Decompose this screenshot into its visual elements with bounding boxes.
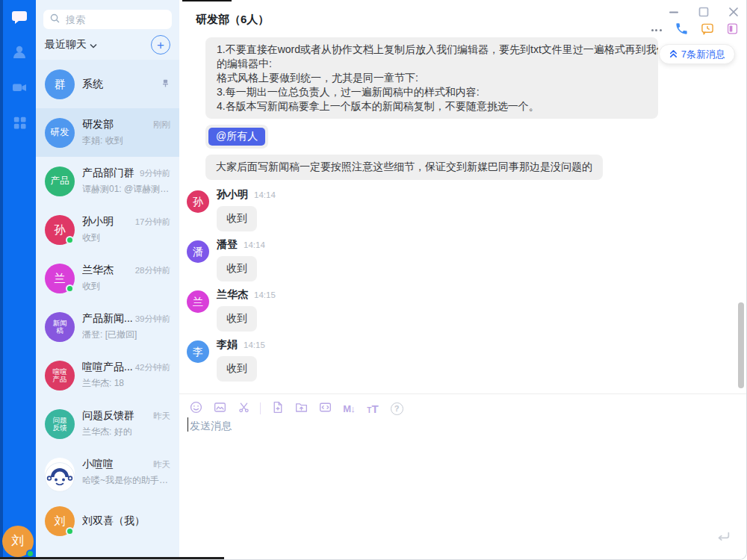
search-input[interactable] bbox=[64, 13, 166, 26]
chat-time: 昨天 bbox=[153, 411, 170, 422]
chat-title: 小喧喧 bbox=[82, 458, 150, 471]
chat-time: 28分钟前 bbox=[135, 265, 170, 276]
chat-item-self[interactable]: 刘 刘双喜（我） bbox=[36, 497, 179, 545]
my-avatar[interactable]: 刘 bbox=[2, 526, 34, 557]
list-section-header: 最近聊天 + bbox=[36, 33, 179, 57]
chat-item-system[interactable]: 群 系统 bbox=[36, 60, 179, 108]
mention-all-chip: @所有人 bbox=[208, 128, 265, 146]
send-button[interactable] bbox=[715, 529, 731, 548]
voice-call-button[interactable] bbox=[675, 23, 689, 37]
sender-avatar[interactable]: 孙 bbox=[187, 190, 209, 213]
composer[interactable]: M↓ TT ? 发送消息 bbox=[179, 393, 746, 559]
online-status-dot bbox=[66, 236, 74, 244]
file-plus-icon bbox=[270, 400, 285, 417]
message-bubble: 收到 bbox=[217, 306, 257, 332]
chat-time: 昨天 bbox=[153, 459, 170, 470]
message-bubble-mention: @所有人 bbox=[205, 125, 268, 149]
message-time: 14:15 bbox=[244, 340, 265, 349]
chat-item-product-dept[interactable]: 产品 产品部门群 9分钟前 谭赫测01: @谭赫测0... bbox=[36, 157, 179, 205]
close-button[interactable] bbox=[728, 7, 739, 17]
chevron-down-icon bbox=[90, 39, 97, 51]
contacts-nav-button[interactable] bbox=[10, 44, 29, 63]
meeting-nav-button[interactable] bbox=[10, 79, 29, 99]
notice-line: 1.不要直接在word或者从协作文档上复制后放入我们编辑器，要先到txt文件里过… bbox=[217, 43, 647, 57]
chat-item-xuanxuan-product[interactable]: 喧喧 产品 喧喧产品... 42分钟前 兰华杰: 18 bbox=[36, 351, 179, 399]
recent-chats-dropdown[interactable]: 最近聊天 bbox=[45, 38, 97, 52]
notice-line: 3.每一期出一位总负责人，过一遍新闻稿中的样式和内容: bbox=[217, 85, 647, 99]
chats-nav-button[interactable] bbox=[10, 9, 29, 28]
upload-folder-button[interactable] bbox=[294, 401, 309, 416]
composer-toolbar: M↓ TT ? bbox=[188, 401, 404, 416]
window-controls bbox=[669, 7, 739, 17]
avatar: 新闻 稿 bbox=[45, 312, 75, 342]
notice-line: 格式风格上要做到统一，尤其是同一童节下: bbox=[217, 71, 647, 85]
double-chevron-up-icon bbox=[669, 49, 678, 60]
sender-avatar[interactable]: 兰 bbox=[187, 290, 209, 313]
image-icon bbox=[213, 400, 227, 417]
avatar: 群 bbox=[45, 69, 75, 99]
toolbar-divider bbox=[260, 402, 261, 414]
enter-arrow-icon bbox=[715, 535, 731, 547]
code-button[interactable] bbox=[317, 401, 332, 416]
chat-last-message: 潘登: [已撤回] bbox=[82, 329, 170, 341]
help-icon: ? bbox=[391, 402, 403, 415]
apps-nav-button[interactable] bbox=[10, 114, 29, 134]
avatar: 研发 bbox=[45, 118, 75, 148]
chat-time: 42分钟前 bbox=[135, 362, 170, 373]
emoji-button[interactable] bbox=[188, 401, 203, 416]
new-messages-badge[interactable]: 7条新消息 bbox=[659, 44, 735, 64]
text-format-icon: TT bbox=[367, 402, 378, 415]
person-icon bbox=[10, 43, 28, 64]
text-format-button[interactable]: TT bbox=[365, 401, 380, 416]
message-group: 孙 孙小明 14:14 收到 bbox=[187, 188, 276, 231]
markdown-button[interactable]: M↓ bbox=[341, 401, 356, 416]
chat-item-product-news[interactable]: 新闻 稿 产品新闻... 39分钟前 潘登: [已撤回] bbox=[36, 302, 179, 351]
screenshot-button[interactable] bbox=[236, 401, 251, 416]
sender-avatar[interactable]: 李 bbox=[187, 340, 209, 363]
chat-last-message: 收到 bbox=[82, 280, 170, 293]
chat-item-assistant-bot[interactable]: 小喧喧 昨天 哈喽~我是你的助手小... bbox=[36, 448, 179, 497]
conversation-panel: 研发部（6人） bbox=[179, 0, 746, 559]
image-button[interactable] bbox=[212, 401, 227, 416]
markdown-icon: M↓ bbox=[343, 403, 354, 414]
chat-item-lan-huajie[interactable]: 兰 兰华杰 28分钟前 收到 bbox=[36, 254, 179, 302]
scrollbar-thumb[interactable] bbox=[738, 302, 744, 388]
sender-avatar[interactable]: 潘 bbox=[187, 240, 209, 263]
message-bubble-notice: 1.不要直接在word或者从协作文档上复制后放入我们编辑器，要先到txt文件里过… bbox=[205, 37, 658, 119]
chat-last-message: 谭赫测01: @谭赫测0... bbox=[82, 183, 170, 196]
message-bubble: 收到 bbox=[217, 206, 257, 231]
nav-rail: 刘 bbox=[0, 0, 36, 560]
more-menu-button[interactable] bbox=[649, 23, 663, 37]
message-input-placeholder[interactable]: 发送消息 bbox=[190, 420, 232, 433]
new-messages-count: 7条新消息 bbox=[681, 48, 725, 61]
chat-item-sun-xiaoming[interactable]: 孙 孙小明 17分钟前 收到 bbox=[36, 205, 179, 254]
recent-chats-label: 最近聊天 bbox=[45, 38, 87, 52]
minimize-button[interactable] bbox=[669, 7, 679, 17]
send-file-button[interactable] bbox=[270, 401, 285, 416]
add-chat-button[interactable]: + bbox=[151, 35, 170, 55]
message-group: 李 李娟 14:15 收到 bbox=[187, 338, 265, 382]
notice-line: 的编辑器中: bbox=[217, 57, 647, 71]
chat-time: 9分钟前 bbox=[140, 168, 170, 179]
chat-last-message: 收到 bbox=[82, 231, 170, 244]
app-window: 刘 最近聊天 + 群 bbox=[0, 0, 747, 560]
chat-last-message: 兰华杰: 好的 bbox=[82, 426, 170, 438]
chat-item-feedback-group[interactable]: 问题 反馈 问题反馈群 昨天 兰华杰: 好的 bbox=[36, 399, 179, 448]
sender-name: 李娟 bbox=[217, 338, 238, 352]
chat-last-message: 兰华杰: 18 bbox=[82, 377, 170, 390]
pin-icon bbox=[161, 78, 170, 91]
message-bubble: 收到 bbox=[217, 256, 257, 281]
search-box[interactable] bbox=[43, 10, 172, 29]
chat-last-message: 李娟: 收到 bbox=[82, 134, 170, 147]
chat-history-button[interactable] bbox=[700, 23, 714, 37]
chat-list-sidebar: 最近聊天 + 群 系统 bbox=[36, 0, 179, 560]
chat-time: 刚刚 bbox=[153, 119, 170, 131]
maximize-button[interactable] bbox=[698, 7, 709, 17]
chat-time: 39分钟前 bbox=[135, 314, 170, 325]
help-button[interactable]: ? bbox=[389, 401, 404, 416]
search-icon bbox=[49, 13, 61, 27]
sender-name: 兰华杰 bbox=[217, 288, 248, 302]
chat-item-dev-dept[interactable]: 研发 研发部 刚刚 李娟: 收到 bbox=[36, 108, 179, 157]
message-group: 潘 潘登 14:14 收到 bbox=[187, 238, 265, 281]
toggle-sidebar-button[interactable] bbox=[725, 23, 740, 37]
